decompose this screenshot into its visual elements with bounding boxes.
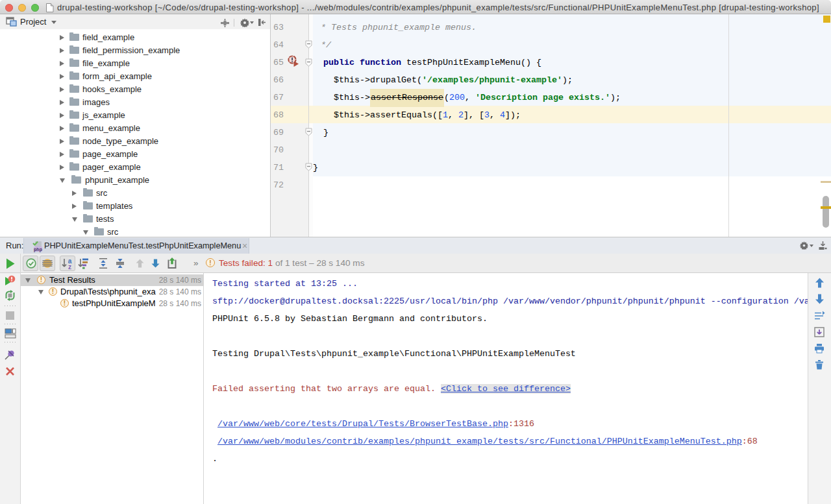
- svg-text:z: z: [68, 263, 71, 270]
- svg-text:php: php: [34, 247, 42, 252]
